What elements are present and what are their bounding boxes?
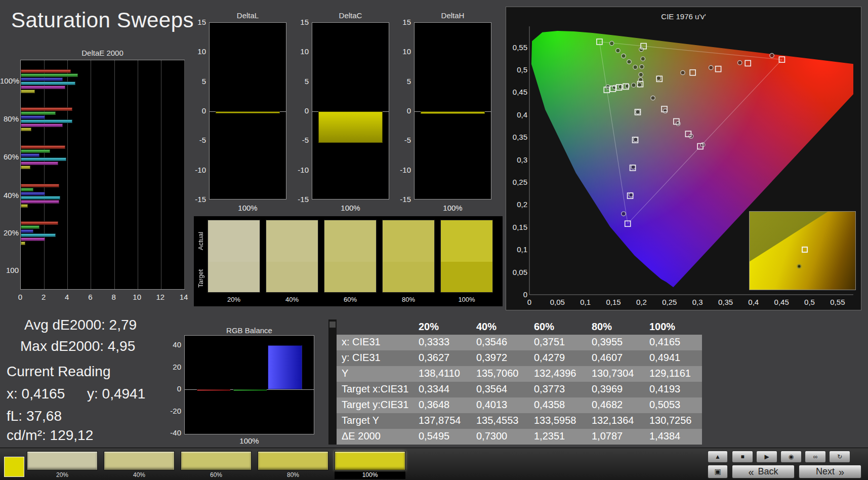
- swatch-target: [441, 262, 492, 292]
- delta-chart-title-deltal: DeltaL: [209, 11, 286, 20]
- pattern-swatch-100%[interactable]: [335, 451, 405, 470]
- deltae-bar-green: [21, 149, 50, 153]
- deltae-bar-green: [21, 73, 78, 77]
- cell-value: 0,5495: [414, 429, 471, 445]
- deltae-bar-blue: [21, 229, 33, 233]
- pattern-swatch-label-60%: 60%: [181, 471, 252, 479]
- table-corner: [337, 319, 414, 335]
- measurement-table: 20%40%60%80%100%x: CIE310,33330,35460,37…: [337, 319, 702, 445]
- cie-y-tick: 0,1: [507, 245, 527, 254]
- cell-value: 0,3546: [471, 335, 529, 350]
- deltae-bar-magenta: [21, 162, 58, 165]
- pattern-swatch-label-80%: 80%: [258, 471, 328, 479]
- deltae-bar-magenta: [21, 86, 65, 89]
- table-row: ΔE 20000,54950,73001,23511,07871,4384: [337, 429, 702, 445]
- delta-y-tick: 0: [393, 106, 411, 115]
- swatch-actual: [324, 220, 376, 262]
- back-chevron-icon: «: [748, 467, 754, 477]
- rgb-y-tick: 0: [161, 384, 181, 393]
- cell-value: 0,4358: [529, 397, 587, 413]
- cell-value: 0,5053: [644, 397, 702, 413]
- deltae-chart-title: DeltaE 2000: [20, 49, 185, 57]
- back-button[interactable]: «Back: [732, 465, 795, 478]
- deltae-x-tick: 2: [36, 293, 51, 302]
- deltae-bar-magenta: [21, 237, 45, 241]
- row-label: Target Y: [337, 413, 414, 429]
- delta-chart-deltah: [414, 22, 491, 199]
- delta-y-tick: -15: [291, 195, 309, 204]
- cie-x-tick: 0,05: [545, 298, 569, 307]
- cell-value: 0,4682: [587, 397, 644, 413]
- record-button[interactable]: ◉: [780, 451, 802, 463]
- cie-y-tick: 0,15: [507, 223, 527, 232]
- play-button[interactable]: ▶: [756, 451, 777, 463]
- delta-chart-deltac: [312, 22, 389, 199]
- table-row: y: CIE310,36270,39720,42790,46070,4941: [337, 350, 702, 366]
- rgb-balance-chart: [184, 335, 314, 434]
- cie-x-tick: 0,55: [825, 298, 850, 307]
- cell-value: 0,4279: [529, 350, 587, 366]
- deltae-bar-yellow: [21, 204, 28, 208]
- deltae-bar-green: [21, 188, 33, 191]
- cell-value: 1,2351: [529, 429, 587, 445]
- current-x-reading: x: 0,4165: [7, 386, 65, 402]
- delta-y-tick: 5: [393, 77, 411, 86]
- deltae-gridline: [91, 60, 91, 289]
- pattern-swatch-20%[interactable]: [27, 451, 98, 470]
- swatch-actual: [266, 220, 318, 262]
- pattern-swatch-80%[interactable]: [258, 451, 328, 470]
- deltae-bar-magenta: [21, 200, 59, 204]
- rgb-balance-x-label: 100%: [184, 436, 314, 446]
- deltae-bar-red: [21, 69, 71, 73]
- deltae-bar-yellow: [21, 90, 35, 93]
- next-button[interactable]: Next»: [799, 465, 861, 478]
- pattern-swatch-40%[interactable]: [104, 451, 175, 470]
- delta-y-tick: 15: [393, 18, 411, 27]
- cell-value: 0,3344: [414, 382, 471, 397]
- swatch-label: 100%: [440, 295, 493, 304]
- deltae-bar-cyan: [21, 82, 75, 85]
- deltae-y-label: 20%: [0, 228, 19, 237]
- continuous-button[interactable]: ∞: [805, 451, 826, 463]
- deltae-bar-cyan: [21, 196, 60, 199]
- deltae-y-label: 100: [0, 266, 19, 275]
- rgb-balance-title: RGB Balance: [184, 326, 314, 335]
- cell-value: 1,4384: [644, 429, 702, 445]
- refresh-button[interactable]: ↻: [829, 451, 850, 463]
- stop-button[interactable]: ■: [732, 451, 753, 463]
- cell-value: 135,4553: [471, 413, 529, 429]
- cell-value: 135,7060: [471, 366, 529, 382]
- inset-measured-dot: [797, 264, 802, 268]
- cie-x-tick: 0,25: [657, 298, 682, 307]
- delta-y-tick: 5: [291, 77, 309, 86]
- current-y-reading: y: 0,4941: [87, 386, 145, 402]
- max-de2000-reading: Max dE2000: 4,95: [20, 338, 135, 354]
- deltae-x-tick: 14: [177, 293, 191, 302]
- rgb-y-tick: 20: [161, 363, 181, 372]
- cell-value: 1,0787: [587, 429, 644, 445]
- cie-y-tick: 0,5: [507, 65, 527, 74]
- pattern-swatch-60%[interactable]: [181, 451, 252, 470]
- delta-y-tick: 10: [188, 47, 206, 56]
- cie-y-tick: 0,25: [507, 178, 527, 187]
- cie-diagram-panel: CIE 1976 u'v' 00,050,10,150,20,250,30,35…: [506, 7, 861, 310]
- cell-value: 137,8754: [414, 413, 471, 429]
- cie-y-tick: 0,55: [507, 43, 527, 52]
- deltae-y-label: 80%: [0, 114, 19, 124]
- cell-value: 0,4607: [587, 350, 644, 366]
- cell-value: 0,3955: [587, 335, 644, 350]
- table-row: Target y:CIE310,36480,40130,43580,46820,…: [337, 397, 702, 413]
- bottom-toolbar: 20%40%60%80%100%▲■▶◉∞↻▣«BackNext»: [0, 448, 868, 480]
- stop-square-button[interactable]: ▣: [708, 465, 728, 478]
- cell-value: 0,7300: [471, 429, 529, 445]
- deltae-x-tick: 8: [107, 293, 121, 302]
- deltae-gridline: [67, 60, 68, 289]
- table-row: Target x:CIE310,33440,35640,37730,39690,…: [337, 382, 702, 397]
- collapse-button[interactable]: ▲: [708, 451, 728, 463]
- cie-y-tick: 0,35: [507, 133, 527, 142]
- cell-value: 0,3773: [529, 382, 587, 397]
- current-reading-title: Current Reading: [7, 364, 110, 380]
- swatch-actual: [383, 220, 434, 262]
- rgb-y-tick: -20: [161, 407, 181, 416]
- page-title: Saturation Sweeps: [11, 8, 194, 32]
